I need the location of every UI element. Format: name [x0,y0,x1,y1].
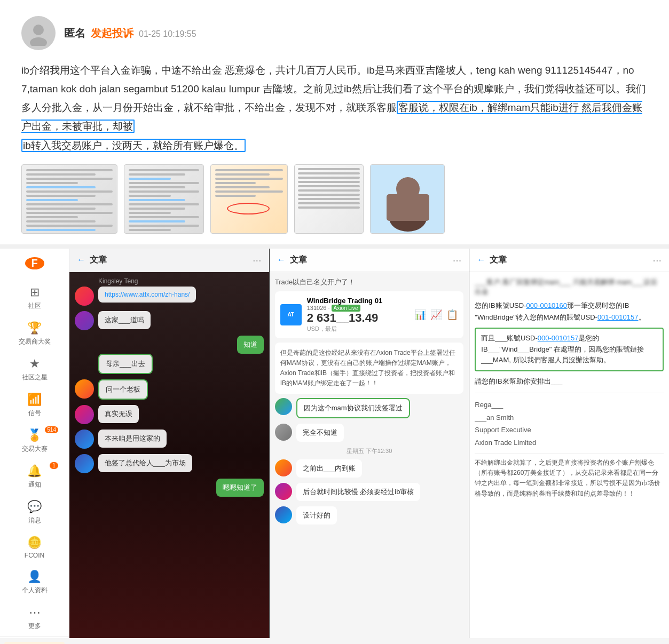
chat-sender-name: Kingsley Teng [98,277,264,285]
sidebar-item-contest[interactable]: 514 🏅 交易大赛 [0,423,69,459]
panel2-subtitle: Trade以自己名义开户了！ [275,277,464,287]
more-icon: ⋯ [29,606,41,619]
sidebar-item-signals[interactable]: 📶 信号 [0,387,69,423]
panel3-link1[interactable]: 000-0010160 [526,301,567,309]
bottom-area: F ⊞ 社区 🏆 交易商大奖 ★ 社区之星 📶 信号 514 🏅 交易大赛 1 … [0,249,669,638]
chat2-message: 因为这个mam协议我们没签署过 [275,398,464,418]
sidebar-item-traders[interactable]: 🏆 交易商大奖 [0,316,69,352]
panel-2-header-left: ← 文章 [277,255,307,266]
chat2-bubble: 之前出___内到账 [296,459,363,478]
sidebar-logo: F [25,257,44,269]
sidebar-item-community[interactable]: ⊞ 社区 [0,280,69,316]
sidebar-item-label: 更多 [28,622,41,631]
chat-message: https://www.atfx.com/zh-hans/ [75,287,264,306]
time-label: 星期五 下午12:30 [275,447,464,455]
chat-avatar [75,354,94,373]
sidebar-item-profile[interactable]: 👤 个人资料 [0,565,69,600]
chat-message: 本来咱是用这家的 [75,430,264,449]
sidebar-item-label: 信号 [28,409,41,418]
complaint-body: ib介绍我用这个平台入金诈骗，中途不给出金 恶意爆仓，共计几百万人民币。ib是马… [21,61,648,155]
sidebar: F ⊞ 社区 🏆 交易商大奖 ★ 社区之星 📶 信号 514 🏅 交易大赛 1 … [0,249,69,638]
chat2-avatar [275,398,292,415]
panel-2-title: 文章 [290,255,307,266]
panel-3-header: ← 文章 ··· [469,249,669,272]
panel-3-title: 文章 [490,255,507,266]
sidebar-item-label: 通知 [28,480,41,489]
sidebar-item-notify[interactable]: 1 🔔 通知 [0,459,69,495]
sidebar-item-stars[interactable]: ★ 社区之星 [0,352,69,387]
panel3-highlight-box: 而且___账號USD-000-0010157是您的IB___"Wind___Br… [475,328,664,371]
chat-right-wrap: 嗯嗯知道了 [75,479,264,497]
chat2-avatar [275,424,292,441]
username: 匿名 [64,26,85,41]
panel-1-content: Kingsley Teng https://www.atfx.com/zh-ha… [69,272,269,638]
broker-name: WindBridge Trading 01 [307,297,382,305]
chat-avatar [75,379,94,399]
contest-icon: 🏅 [27,428,42,442]
traders-icon: 🏆 [27,321,42,335]
chat2-bubble: 完全不知道 [296,424,344,442]
community-icon: ⊞ [30,285,40,299]
avatar [21,16,56,50]
chat-message: 真实无误 [75,405,264,424]
chat-message: 这家___道吗 [75,311,264,330]
attachment-image-1[interactable] [21,164,117,234]
chat-avatar [75,405,94,424]
chat-avatar [75,287,94,306]
data-icon[interactable]: 📋 [446,309,458,321]
sidebar-item-fcoin[interactable]: 🪙 FCOIN [0,530,69,565]
panel2-body: 但是奇葩的是这位经纪从来没有在Axion Trade平台上签署过任何MAM协议，… [275,343,464,394]
panel-2-more-button[interactable]: ··· [453,254,462,266]
chart-icon[interactable]: 📊 [414,309,426,321]
rep-name: ___an Smith [475,411,664,424]
complaint-section: 匿名 发起投诉 01-25 10:19:55 ib介绍我用这个平台入金诈骗，中途… [0,0,669,249]
chat-bubble: 问一个老板 [98,379,148,400]
currency-label: USD，最后 [307,325,382,333]
chat-bubble: 他签了总代给人___为市场 [98,454,192,472]
amount: 2 631___13.49 [307,311,382,325]
panel-3: ← 文章 ··· ___客户,客厂回复绑定mam___ 只能月底解绑 mam__… [469,249,669,638]
panel-2-back-button[interactable]: ← [277,255,286,265]
panel-1-back-button[interactable]: ← [77,255,85,265]
panel3-footer: 不给解绑出金就算了，之后更是直接将投资者的多个账户割爆仓（所有账号都260万美金… [475,453,664,499]
chat-bubble-link: https://www.atfx.com/zh-hans/ [98,287,196,303]
live-badge: Axion Live [332,305,360,312]
chat-bubble-right: 嗯嗯知道了 [216,479,264,497]
panel-1: ← 文章 ··· Kingsley Teng https://www.atfx.… [69,249,270,638]
contest-badge: 514 [45,426,58,433]
sidebar-item-more[interactable]: ⋯ 更多 [0,600,69,636]
fcoin-icon: 🪙 [27,536,42,550]
chat2-message: 设计好的 [275,506,464,524]
sidebar-item-label: FCOIN [25,552,44,559]
chat2-message: 完全不知道 [275,424,464,442]
panel-3-back-button[interactable]: ← [477,255,485,265]
attachment-image-5[interactable] [370,164,445,234]
attachment-image-4[interactable] [294,164,364,234]
panel-2-content: Trade以自己名义开户了！ AT WindBridge Trading 01 … [270,272,469,638]
broker-info: WindBridge Trading 01 131026 · Axion Liv… [307,297,382,333]
trend-icon[interactable]: 📈 [430,309,442,321]
chat-right-wrap: 知道 [75,336,264,354]
chat-bubble: 母亲___出去 [98,354,153,374]
sidebar-item-label: 个人资料 [22,586,48,595]
attachment-image-3[interactable] [210,164,288,234]
messages-icon: 💬 [27,500,42,514]
panel3-link2[interactable]: 001-0010157 [597,313,639,321]
panel-1-more-button[interactable]: ··· [253,254,262,266]
sidebar-item-label: 交易大赛 [22,444,48,454]
chat2-avatar [275,483,292,500]
panel-3-more-button[interactable]: ··· [652,254,662,266]
notify-icon: 🔔 [27,464,42,478]
demo-account[interactable]: Demo Account 10,000.00 USD [4,642,65,644]
sidebar-item-label: 社区之星 [22,373,48,382]
chat2-bubble: 设计好的 [296,506,337,524]
panel-3-content: ___客户,客厂回复绑定mam___ 只能月底解绑 mam___议后出金 您的I… [469,272,669,638]
panel3-signature: Rega___ ___an Smith Support Executive Ax… [475,399,664,449]
sidebar-item-label: 社区 [28,301,41,311]
chat-bubble: 这家___道吗 [98,311,151,329]
complaint-tag: 发起投诉 [91,26,133,41]
profile-icon: 👤 [27,570,42,584]
chat-bubble: 本来咱是用这家的 [98,430,167,448]
attachment-image-2[interactable] [124,164,204,234]
sidebar-item-messages[interactable]: 💬 消息 [0,495,69,530]
